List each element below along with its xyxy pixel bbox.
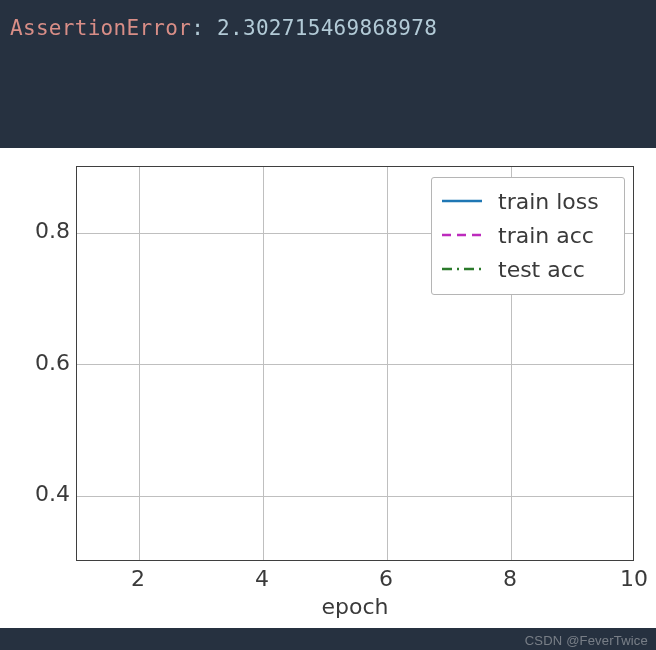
x-tick-label: 4 [255,566,269,591]
legend: train loss train acc test acc [431,177,625,295]
x-axis-label: epoch [76,594,634,619]
error-sep: : [191,16,217,40]
error-value: 2.302715469868978 [217,16,437,40]
chart-figure: 0.8 0.6 0.4 train loss train acc [0,148,656,628]
y-tick-label: 0.4 [30,481,70,506]
footer-strip: CSDN @FeverTwice [0,628,656,650]
legend-label: test acc [498,257,585,282]
legend-swatch-dashed [440,225,484,245]
x-tick-label: 6 [379,566,393,591]
x-tick-label: 2 [131,566,145,591]
y-tick-label: 0.8 [30,218,70,243]
x-tick-label: 8 [503,566,517,591]
gridline-horizontal [77,364,633,365]
gridline-horizontal [77,496,633,497]
legend-entry-test-acc: test acc [440,252,616,286]
legend-swatch-dashdot [440,259,484,279]
legend-label: train loss [498,189,599,214]
legend-label: train acc [498,223,594,248]
legend-entry-train-acc: train acc [440,218,616,252]
error-output-panel: AssertionError: 2.302715469868978 [0,0,656,148]
y-tick-label: 0.6 [30,350,70,375]
plot-axes: train loss train acc test acc [76,166,634,561]
error-name: AssertionError [10,16,191,40]
error-line: AssertionError: 2.302715469868978 [10,16,646,40]
legend-swatch-solid [440,191,484,211]
legend-entry-train-loss: train loss [440,184,616,218]
x-tick-label: 10 [620,566,648,591]
watermark-text: CSDN @FeverTwice [525,633,648,648]
